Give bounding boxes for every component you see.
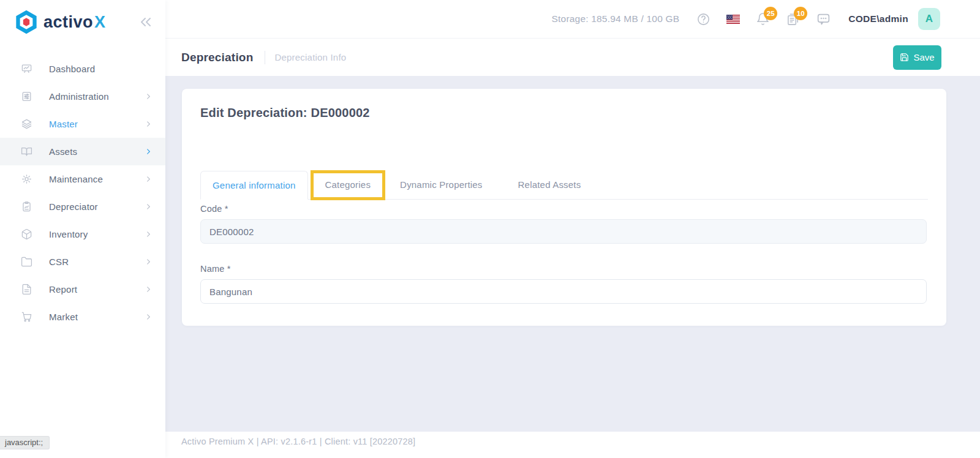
- sidebar: activoX Dashboard Administration Master: [0, 0, 165, 458]
- card-title: Edit Depreciation: DE000002: [200, 106, 928, 120]
- sidebar-item-label: Report: [49, 284, 77, 295]
- page-title: Depreciation: [181, 51, 254, 64]
- clipboard-chart-icon: [20, 201, 32, 213]
- page-header-bar: Depreciation Depreciation Info Save: [165, 38, 980, 76]
- folder-icon: [20, 256, 32, 268]
- sidebar-item-label: Maintenance: [49, 174, 103, 184]
- chevron-right-icon: [145, 231, 152, 238]
- sidebar-item-administration[interactable]: Administration: [0, 83, 165, 110]
- chevron-right-icon: [145, 148, 152, 155]
- chevron-right-icon: [145, 313, 152, 320]
- avatar[interactable]: A: [918, 8, 940, 30]
- package-icon: [20, 228, 32, 241]
- brand-name: activoX: [43, 13, 106, 32]
- save-button[interactable]: Save: [893, 45, 941, 70]
- save-icon: [900, 53, 909, 62]
- sidebar-nav: Dashboard Administration Master Assets M…: [0, 55, 165, 331]
- chevron-right-icon: [145, 203, 152, 210]
- app-window: activoX Dashboard Administration Master: [0, 0, 980, 458]
- sidebar-item-label: Administration: [49, 91, 109, 102]
- layers-icon: [20, 118, 32, 130]
- sidebar-item-label: Depreciator: [49, 201, 98, 212]
- tab-dynamic-properties[interactable]: Dynamic Properties: [385, 170, 497, 199]
- file-text-icon: [20, 283, 32, 296]
- code-field[interactable]: [200, 219, 927, 244]
- help-icon[interactable]: [696, 12, 710, 26]
- storage-indicator: Storage: 185.94 MB / 100 GB: [552, 13, 680, 24]
- sidebar-item-assets[interactable]: Assets: [0, 138, 165, 165]
- sidebar-item-master[interactable]: Master: [0, 110, 165, 138]
- chevron-right-icon: [145, 176, 152, 182]
- reports-badge: 10: [794, 7, 807, 20]
- sidebar-item-label: Inventory: [49, 229, 88, 239]
- sidebar-item-label: Master: [49, 119, 78, 129]
- breadcrumb: Depreciation Info: [275, 52, 347, 62]
- sidebar-item-maintenance[interactable]: Maintenance: [0, 165, 165, 193]
- browser-status-tooltip: javascript:;: [0, 436, 50, 449]
- chat-icon[interactable]: [816, 12, 831, 27]
- tab-related-assets[interactable]: Related Assets: [503, 170, 596, 199]
- user-menu[interactable]: CODE\admin: [848, 13, 908, 24]
- content-area: Edit Depreciation: DE000002 General info…: [165, 76, 980, 432]
- breadcrumb-divider: [265, 51, 265, 64]
- logo-row: activoX: [0, 2, 165, 42]
- app-footer: Activo Premium X | API: v2.1.6-r1 | Clie…: [165, 432, 980, 458]
- sidebar-item-label: Assets: [49, 146, 77, 157]
- activo-logo-icon[interactable]: [15, 10, 38, 34]
- chevron-right-icon: [145, 258, 152, 265]
- language-flag-icon[interactable]: [726, 15, 740, 24]
- administration-icon: [20, 91, 32, 103]
- edit-depreciation-card: Edit Depreciation: DE000002 General info…: [182, 89, 946, 326]
- name-field[interactable]: [200, 279, 927, 304]
- dashboard-icon: [20, 63, 32, 75]
- tab-bar: General information Categories Dynamic P…: [200, 170, 928, 200]
- book-icon: [20, 146, 32, 158]
- sidebar-item-dashboard[interactable]: Dashboard: [0, 55, 165, 83]
- notifications-bell-icon[interactable]: 25: [756, 12, 770, 26]
- code-label: Code *: [200, 204, 928, 214]
- sidebar-collapse-icon[interactable]: [138, 15, 153, 29]
- version-text: Activo Premium X | API: v2.1.6-r1 | Clie…: [181, 437, 415, 446]
- sidebar-item-label: Market: [49, 312, 78, 322]
- chevron-right-icon: [145, 286, 152, 293]
- chevron-right-icon: [145, 93, 152, 100]
- name-label: Name *: [200, 264, 928, 274]
- chevron-right-icon: [145, 121, 152, 127]
- reports-news-icon[interactable]: 10: [786, 12, 800, 26]
- sidebar-item-depreciator[interactable]: Depreciator: [0, 193, 165, 220]
- top-header: Storage: 185.94 MB / 100 GB 25 10: [165, 0, 980, 38]
- tab-general-information[interactable]: General information: [200, 171, 308, 200]
- sidebar-item-label: Dashboard: [49, 64, 95, 74]
- sidebar-item-inventory[interactable]: Inventory: [0, 220, 165, 248]
- sidebar-item-csr[interactable]: CSR: [0, 248, 165, 276]
- cart-icon: [20, 311, 32, 323]
- tab-categories[interactable]: Categories: [311, 170, 386, 199]
- sidebar-item-market[interactable]: Market: [0, 303, 165, 331]
- gear-icon: [20, 173, 32, 186]
- sidebar-item-report[interactable]: Report: [0, 276, 165, 303]
- notifications-badge: 25: [764, 7, 777, 20]
- sidebar-item-label: CSR: [49, 257, 69, 267]
